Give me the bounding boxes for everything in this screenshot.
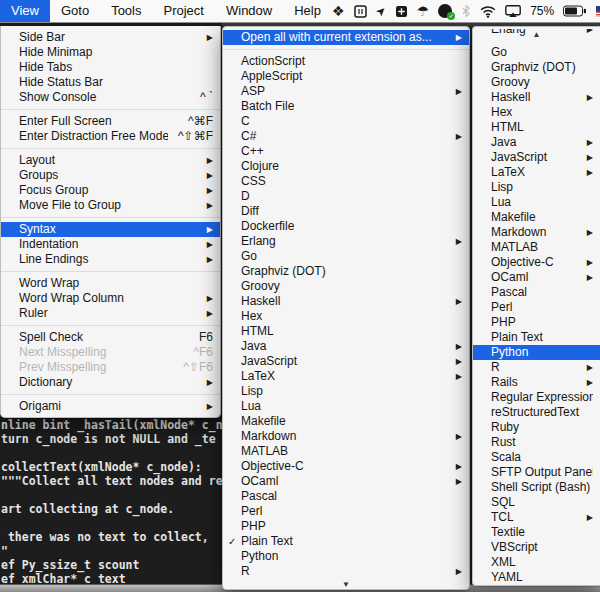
menu-item-pascal[interactable]: Pascal <box>223 489 469 504</box>
keyboard-layout-flag-icon[interactable] <box>596 0 600 22</box>
menu-item-r[interactable]: R▶ <box>223 564 469 579</box>
menu-item-r[interactable]: R▶ <box>473 360 600 375</box>
menu-item-matlab[interactable]: MATLAB <box>473 240 600 255</box>
menubar-item-project[interactable]: Project <box>153 0 215 22</box>
menu-item-side-bar[interactable]: Side Bar▶ <box>1 30 220 45</box>
menu-item-c[interactable]: C#▶ <box>223 129 469 144</box>
menu-item-restructuredtext[interactable]: reStructuredText <box>473 405 600 420</box>
scroll-down-indicator[interactable]: ▼ <box>223 579 469 590</box>
menu-item-regular-expression[interactable]: Regular Expression <box>473 390 600 405</box>
menu-item-prev-misspelling[interactable]: Prev Misspelling^⇧F6 <box>1 360 220 375</box>
menu-item-matlab[interactable]: MATLAB <box>223 444 469 459</box>
menu-item-markdown[interactable]: Markdown▶ <box>473 225 600 240</box>
menu-item-layout[interactable]: Layout▶ <box>1 153 220 168</box>
menu-item-lua[interactable]: Lua <box>223 399 469 414</box>
menu-item-open-all-with-current-extension-as[interactable]: Open all with current extension as...▶ <box>223 30 469 45</box>
menu-item-move-file-to-group[interactable]: Move File to Group▶ <box>1 198 220 213</box>
menu-item-latex[interactable]: LaTeX▶ <box>223 369 469 384</box>
menu-item-php[interactable]: PHP <box>473 315 600 330</box>
menu-item-groovy[interactable]: Groovy <box>223 279 469 294</box>
menubar-item-help[interactable]: Help <box>283 0 332 22</box>
menu-item-applescript[interactable]: AppleScript <box>223 69 469 84</box>
menu-item-vbscript[interactable]: VBScript <box>473 540 600 555</box>
menu-item-objective-c[interactable]: Objective-C▶ <box>473 255 600 270</box>
menubar-item-tools[interactable]: Tools <box>100 0 152 22</box>
menu-item-rails[interactable]: Rails▶ <box>473 375 600 390</box>
menu-item-dockerfile[interactable]: Dockerfile <box>223 219 469 234</box>
menu-item-ruby[interactable]: Ruby <box>473 420 600 435</box>
menu-item-erlang[interactable]: Erlang▶ <box>223 234 469 249</box>
menu-item-makefile[interactable]: Makefile <box>223 414 469 429</box>
menu-item-diff[interactable]: Diff <box>223 204 469 219</box>
menu-item-haskell[interactable]: Haskell▶ <box>223 294 469 309</box>
menubar-item-view[interactable]: View <box>0 0 50 22</box>
airplay-display-icon[interactable] <box>505 0 521 22</box>
menu-item-syntax[interactable]: Syntax▶ <box>1 222 220 237</box>
wifi-icon[interactable] <box>480 0 496 22</box>
scroll-up-indicator[interactable]: ▲ <box>473 30 600 39</box>
menu-item-rust[interactable]: Rust <box>473 435 600 450</box>
menu-item-hide-minimap[interactable]: Hide Minimap <box>1 45 220 60</box>
menu-item-c[interactable]: C <box>223 114 469 129</box>
menu-item-php[interactable]: PHP <box>223 519 469 534</box>
menu-item-html[interactable]: HTML <box>473 120 600 135</box>
window-manager-icon[interactable] <box>395 0 408 22</box>
menu-item-spell-check[interactable]: Spell CheckF6 <box>1 330 220 345</box>
menu-item-tcl[interactable]: TCL▶ <box>473 510 600 525</box>
menu-item-scala[interactable]: Scala <box>473 450 600 465</box>
menu-item-enter-full-screen[interactable]: Enter Full Screen^⌘F <box>1 114 220 129</box>
menu-item-dictionary[interactable]: Dictionary▶ <box>1 375 220 390</box>
menu-item-show-console[interactable]: Show Console^ ` <box>1 90 220 105</box>
menu-item-ruler[interactable]: Ruler▶ <box>1 306 220 321</box>
menu-item-graphviz-dot[interactable]: Graphviz (DOT) <box>473 60 600 75</box>
menu-item-sftp-output-panel[interactable]: SFTP Output Panel <box>473 465 600 480</box>
menu-item-d[interactable]: D <box>223 189 469 204</box>
menu-item-latex[interactable]: LaTeX▶ <box>473 165 600 180</box>
menu-item-asp[interactable]: ASP▶ <box>223 84 469 99</box>
menu-item-java[interactable]: Java▶ <box>223 339 469 354</box>
menu-item-shell-script-bash[interactable]: Shell Script (Bash) <box>473 480 600 495</box>
menu-item-focus-group[interactable]: Focus Group▶ <box>1 183 220 198</box>
menu-item-markdown[interactable]: Markdown▶ <box>223 429 469 444</box>
menu-item-perl[interactable]: Perl <box>473 300 600 315</box>
menu-item-css[interactable]: CSS <box>223 174 469 189</box>
menu-item-plain-text[interactable]: Plain Text <box>473 330 600 345</box>
umbrella-icon[interactable]: ☂ <box>417 0 430 22</box>
menu-item-word-wrap[interactable]: Word Wrap <box>1 276 220 291</box>
menu-item-c[interactable]: C++ <box>223 144 469 159</box>
menu-item-next-misspelling[interactable]: Next Misspelling^F6 <box>1 345 220 360</box>
menubar-item-window[interactable]: Window <box>215 0 283 22</box>
menu-item-perl[interactable]: Perl <box>223 504 469 519</box>
menu-item-line-endings[interactable]: Line Endings▶ <box>1 252 220 267</box>
menu-item-hide-status-bar[interactable]: Hide Status Bar <box>1 75 220 90</box>
menu-item-html[interactable]: HTML <box>223 324 469 339</box>
menu-item-objective-c[interactable]: Objective-C▶ <box>223 459 469 474</box>
scroll-up-row[interactable]: Erlang▶▲ <box>473 29 600 45</box>
menu-item-haskell[interactable]: Haskell▶ <box>473 90 600 105</box>
menu-item-go[interactable]: Go <box>473 45 600 60</box>
location-icon[interactable]: ➤ <box>376 0 386 22</box>
menu-item-plain-text[interactable]: ✓Plain Text <box>223 534 469 549</box>
panel-app-icon[interactable] <box>354 0 367 22</box>
menu-item-groups[interactable]: Groups▶ <box>1 168 220 183</box>
menu-item-lisp[interactable]: Lisp <box>473 180 600 195</box>
menu-item-graphviz-dot[interactable]: Graphviz (DOT) <box>223 264 469 279</box>
bluetooth-icon[interactable] <box>461 0 471 22</box>
menu-item-yaml[interactable]: YAML <box>473 570 600 585</box>
menu-item-makefile[interactable]: Makefile <box>473 210 600 225</box>
menu-item-javascript[interactable]: JavaScript▶ <box>473 150 600 165</box>
menu-item-groovy[interactable]: Groovy <box>473 75 600 90</box>
menu-item-ocaml[interactable]: OCaml▶ <box>473 270 600 285</box>
menu-item-hide-tabs[interactable]: Hide Tabs <box>1 60 220 75</box>
dropbox-icon[interactable]: ❖ <box>332 0 345 22</box>
menu-item-ocaml[interactable]: OCaml▶ <box>223 474 469 489</box>
sync-status-icon[interactable]: ✓ <box>438 0 452 22</box>
menu-item-javascript[interactable]: JavaScript▶ <box>223 354 469 369</box>
menu-item-clojure[interactable]: Clojure <box>223 159 469 174</box>
menu-item-enter-distraction-free-mode[interactable]: Enter Distraction Free Mode^⇧⌘F <box>1 129 220 144</box>
menu-item-hex[interactable]: Hex <box>473 105 600 120</box>
battery-icon[interactable] <box>563 0 587 22</box>
menu-item-xml[interactable]: XML <box>473 555 600 570</box>
menu-item-origami[interactable]: Origami▶ <box>1 399 220 414</box>
menu-item-java[interactable]: Java▶ <box>473 135 600 150</box>
